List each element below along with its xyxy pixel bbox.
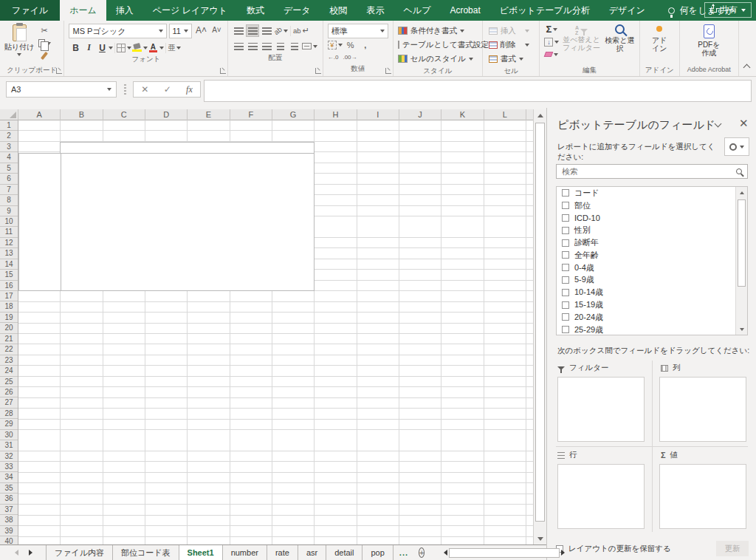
hscroll-right-button[interactable] xyxy=(561,550,565,556)
clipboard-dialog-launcher[interactable] xyxy=(56,68,62,74)
row-header-32[interactable]: 32 xyxy=(0,451,18,462)
number-format-select[interactable]: 標準 xyxy=(328,24,388,38)
font-dialog-launcher[interactable] xyxy=(220,68,226,74)
hscroll-left-button[interactable] xyxy=(444,550,447,556)
align-right-button[interactable] xyxy=(260,40,273,52)
field-checkbox[interactable] xyxy=(562,214,569,222)
vertical-scroll-thumb[interactable] xyxy=(535,123,545,522)
ribbon-tab-0[interactable]: ファイル xyxy=(0,0,60,21)
paste-button[interactable]: 貼り付け xyxy=(3,23,35,65)
row-header-9[interactable]: 9 xyxy=(0,206,18,216)
list-scroll-thumb[interactable] xyxy=(738,199,746,287)
font-size-select[interactable]: 11 xyxy=(169,24,193,38)
field-list-scrollbar[interactable] xyxy=(735,187,747,335)
field-checkbox[interactable] xyxy=(562,202,569,209)
row-header-26[interactable]: 26 xyxy=(0,387,18,397)
percent-button[interactable]: % xyxy=(344,38,357,51)
underline-button[interactable]: U xyxy=(95,41,109,54)
horizontal-scroll-thumb[interactable] xyxy=(449,548,560,558)
ribbon-tab-5[interactable]: データ xyxy=(274,0,320,21)
ribbon-tab-10[interactable]: ピボットテーブル分析 xyxy=(490,0,599,21)
column-header-L[interactable]: L xyxy=(484,109,526,120)
tools-button[interactable] xyxy=(724,137,749,156)
cut-button[interactable]: ✂ xyxy=(38,24,51,37)
row-header-19[interactable]: 19 xyxy=(0,313,18,323)
sheet-tab-6[interactable]: detail xyxy=(326,545,362,560)
row-header-30[interactable]: 30 xyxy=(0,430,18,440)
column-header-C[interactable]: C xyxy=(103,109,145,120)
field-checkbox[interactable] xyxy=(562,239,569,247)
values-drop-zone[interactable] xyxy=(659,464,746,529)
sheet-tab-7[interactable]: pop xyxy=(362,545,393,560)
copy-button[interactable] xyxy=(38,37,51,49)
merge-center-button[interactable] xyxy=(302,40,317,52)
ribbon-tab-8[interactable]: ヘルプ xyxy=(394,0,441,21)
italic-button[interactable]: I xyxy=(82,41,95,54)
row-header-13[interactable]: 13 xyxy=(0,248,18,259)
row-header-15[interactable]: 15 xyxy=(0,270,18,280)
field-checkbox[interactable] xyxy=(562,276,569,284)
sheet-tab-0[interactable]: ファイル内容 xyxy=(46,545,113,560)
column-header-H[interactable]: H xyxy=(315,109,357,120)
conditional-formatting-button[interactable]: 条件付き書式 xyxy=(398,24,479,38)
format-as-table-button[interactable]: テーブルとして書式設定 xyxy=(398,38,479,52)
row-header-16[interactable]: 16 xyxy=(0,281,18,291)
number-dialog-launcher[interactable] xyxy=(385,68,391,74)
row-header-29[interactable]: 29 xyxy=(0,419,18,429)
field-item-4[interactable]: 診断年 xyxy=(557,236,747,249)
comma-button[interactable]: , xyxy=(359,38,372,51)
field-checkbox[interactable] xyxy=(562,189,569,197)
orientation-button[interactable]: ab xyxy=(274,24,288,37)
field-checkbox[interactable] xyxy=(562,326,569,333)
row-header-36[interactable]: 36 xyxy=(0,494,18,504)
row-header-2[interactable]: 2 xyxy=(0,131,18,141)
column-header-E[interactable]: E xyxy=(188,109,230,120)
name-box-splitter[interactable] xyxy=(124,84,126,95)
ribbon-tab-2[interactable]: 挿入 xyxy=(106,0,143,21)
sheet-tab-3[interactable]: number xyxy=(223,545,267,560)
field-checkbox[interactable] xyxy=(562,251,569,259)
panel-close-icon[interactable]: ✕ xyxy=(739,117,749,130)
scroll-down-button[interactable] xyxy=(534,533,547,544)
row-header-1[interactable]: 1 xyxy=(0,120,18,131)
update-button[interactable]: 更新 xyxy=(716,541,749,556)
find-select-button[interactable]: 検索と選択 xyxy=(603,23,636,65)
vertical-scrollbar[interactable] xyxy=(533,109,546,544)
select-all-corner[interactable] xyxy=(0,109,18,120)
field-item-6[interactable]: 0-4歳 xyxy=(557,262,747,274)
delete-cells-button[interactable]: 削除 xyxy=(489,38,537,52)
field-item-8[interactable]: 10-14歳 xyxy=(557,286,747,298)
ribbon-tab-3[interactable]: ページ レイアウト xyxy=(143,0,237,21)
sheet-overflow[interactable]: ... xyxy=(394,548,414,557)
alignment-dialog-launcher[interactable] xyxy=(315,68,321,74)
row-header-14[interactable]: 14 xyxy=(0,259,18,270)
align-bottom-button[interactable] xyxy=(260,24,273,37)
fill-button[interactable]: ↓ xyxy=(544,35,559,48)
new-sheet-button[interactable]: + xyxy=(419,547,425,558)
wrap-text-button[interactable]: ab↵ xyxy=(293,24,309,37)
pivot-placeholder-body[interactable] xyxy=(18,153,315,291)
row-header-24[interactable]: 24 xyxy=(0,366,18,376)
field-checkbox[interactable] xyxy=(562,227,569,234)
list-scroll-down[interactable] xyxy=(736,324,747,335)
format-cells-button[interactable]: 書式 xyxy=(489,52,537,66)
row-header-33[interactable]: 33 xyxy=(0,462,18,472)
ribbon-tab-9[interactable]: Acrobat xyxy=(440,0,489,21)
decrease-font-button[interactable]: A˅ xyxy=(210,24,223,36)
ribbon-tab-11[interactable]: デザイン xyxy=(599,0,655,21)
column-header-A[interactable]: A xyxy=(18,109,61,120)
insert-function-button[interactable]: fx xyxy=(186,84,193,95)
increase-indent-button[interactable] xyxy=(288,40,301,52)
row-header-8[interactable]: 8 xyxy=(0,195,18,205)
share-button[interactable]: 共有 xyxy=(704,2,752,18)
field-item-11[interactable]: 25-29歳 xyxy=(557,324,747,335)
field-item-2[interactable]: ICD-10 xyxy=(557,212,747,225)
clear-button[interactable] xyxy=(544,48,559,61)
column-header-G[interactable]: G xyxy=(272,109,315,120)
row-header-6[interactable]: 6 xyxy=(0,174,18,184)
row-header-12[interactable]: 12 xyxy=(0,238,18,248)
accounting-format-button[interactable]: ¥ xyxy=(328,38,343,51)
field-item-0[interactable]: コード xyxy=(557,187,747,199)
row-header-31[interactable]: 31 xyxy=(0,440,18,451)
row-header-22[interactable]: 22 xyxy=(0,344,18,355)
